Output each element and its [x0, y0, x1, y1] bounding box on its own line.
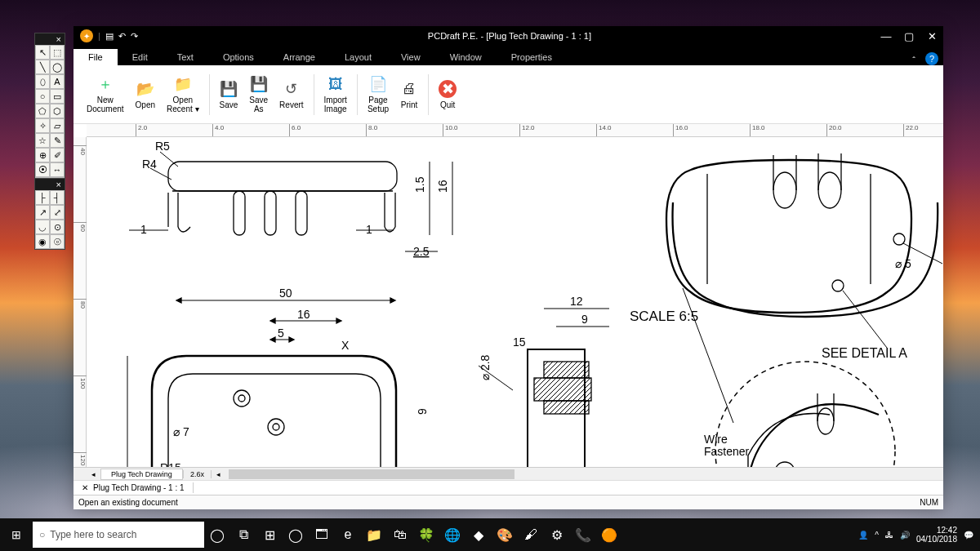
taskbar-app-8[interactable]: ◆: [466, 522, 492, 548]
search-input[interactable]: ○ Type here to search: [33, 522, 204, 548]
menu-view[interactable]: View: [386, 49, 435, 65]
new-document-button[interactable]: ＋New Document: [82, 73, 129, 115]
menu-file[interactable]: File: [74, 49, 118, 65]
tool-3[interactable]: ◯: [50, 60, 65, 74]
volume-icon[interactable]: 🔊: [900, 531, 910, 540]
quit-button[interactable]: ✖Quit: [434, 78, 461, 111]
tool-8[interactable]: ⬠: [35, 104, 50, 118]
menu-layout[interactable]: Layout: [330, 49, 386, 65]
taskbar-app-13[interactable]: 🟠: [596, 522, 622, 548]
close-button[interactable]: ✕: [920, 30, 943, 42]
dim-tool-6[interactable]: ◉: [35, 234, 50, 249]
tool-12[interactable]: ☆: [35, 133, 50, 148]
document-tab-label: Plug Tech Drawing - 1 : 1: [93, 483, 185, 492]
close-icon[interactable]: ×: [35, 33, 65, 45]
taskbar-app-5[interactable]: 🛍: [387, 522, 413, 548]
tool-16[interactable]: ⦿: [35, 162, 50, 177]
people-icon[interactable]: 👤: [858, 531, 868, 540]
scrollbar-thumb-h[interactable]: [229, 469, 514, 479]
tool-palette-dimension: × ├┤↗⤢◡⊙◉⦾: [34, 178, 65, 250]
network-icon[interactable]: 🖧: [885, 531, 893, 540]
drawing-canvas[interactable]: R5 R4 1 1 1.5 16 2.5 50 16 5 X 12 9 15: [87, 137, 943, 467]
document-tab[interactable]: ✕ Plug Tech Drawing - 1 : 1: [74, 482, 194, 493]
svg-line-9: [160, 152, 178, 167]
start-button[interactable]: ⊞: [0, 528, 33, 541]
menu-properties[interactable]: Properties: [497, 49, 567, 65]
open-button[interactable]: 📂Open: [131, 78, 160, 111]
maximize-button[interactable]: ▢: [898, 30, 920, 42]
dim-16b: 16: [297, 308, 310, 321]
tray-overflow-icon[interactable]: ^: [875, 531, 879, 540]
qat-save-icon[interactable]: ▤: [105, 31, 114, 42]
tool-4[interactable]: ⬯: [35, 74, 50, 89]
sheet-nav-prev[interactable]: ◂: [87, 470, 100, 478]
taskbar-app-6[interactable]: 🍀: [413, 522, 439, 548]
print-label: Print: [401, 100, 418, 109]
cortana-icon[interactable]: ◯: [204, 522, 230, 548]
notifications-icon[interactable]: 💬: [964, 531, 973, 540]
menu-edit[interactable]: Edit: [118, 49, 163, 65]
menu-options[interactable]: Options: [208, 49, 269, 65]
dim-tool-5[interactable]: ⊙: [50, 220, 65, 234]
dim-1-5: 1.5: [413, 176, 426, 193]
svg-rect-29: [544, 401, 589, 414]
app-window: ✦ | ▤ ↶ ↷ PCDraft P.E. - [Plug Tech Draw…: [74, 26, 943, 509]
minimize-button[interactable]: —: [875, 30, 898, 42]
taskbar-app-11[interactable]: ⚙: [544, 522, 570, 548]
dim-r5: R5: [155, 140, 170, 153]
taskbar-app-7[interactable]: 🌐: [439, 522, 466, 548]
page-setup-button[interactable]: 📄Page Setup: [363, 73, 394, 115]
taskbar-app-2[interactable]: 🗔: [309, 522, 335, 548]
redo-icon[interactable]: ↷: [131, 31, 138, 42]
tool-7[interactable]: ▭: [50, 89, 65, 104]
tool-15[interactable]: ✐: [50, 148, 65, 162]
import-image-button[interactable]: 🖼Import Image: [319, 73, 352, 115]
taskbar-app-3[interactable]: e: [335, 522, 361, 548]
new-document-label: New Document: [87, 96, 124, 113]
print-button[interactable]: 🖨Print: [395, 78, 423, 111]
zoom-level[interactable]: 2.6x: [183, 470, 212, 478]
tool-10[interactable]: ✧: [35, 118, 50, 133]
dim-tool-4[interactable]: ◡: [35, 220, 50, 234]
open-recent-button[interactable]: 📁Open Recent ▾: [162, 73, 203, 115]
dim-tool-1[interactable]: ┤: [50, 190, 65, 205]
ribbon-collapse-icon[interactable]: ˆ: [907, 56, 920, 65]
undo-icon[interactable]: ↶: [118, 31, 126, 42]
taskbar-app-1[interactable]: ◯: [283, 522, 309, 548]
dim-tool-7[interactable]: ⦾: [50, 234, 65, 249]
tool-5[interactable]: A: [50, 74, 65, 89]
tool-2[interactable]: ╲: [35, 60, 50, 74]
taskbar-app-4[interactable]: 📁: [361, 522, 387, 548]
dim-tool-2[interactable]: ↗: [35, 205, 50, 220]
taskbar-app-9[interactable]: 🎨: [492, 522, 518, 548]
taskbar-app-10[interactable]: 🖌: [518, 522, 544, 548]
tool-11[interactable]: ▱: [50, 118, 65, 133]
sheet-tab[interactable]: Plug Tech Drawing: [100, 469, 183, 480]
menu-window[interactable]: Window: [435, 49, 497, 65]
menu-text[interactable]: Text: [163, 49, 208, 65]
close-icon[interactable]: ×: [35, 179, 65, 190]
save-as-button[interactable]: 💾Save As: [244, 73, 273, 115]
help-button[interactable]: ?: [925, 52, 938, 65]
tool-0[interactable]: ↖: [35, 45, 50, 60]
tool-1[interactable]: ⬚: [50, 45, 65, 60]
scroll-left[interactable]: ◂: [212, 470, 225, 478]
tool-17[interactable]: ↔: [50, 162, 65, 177]
tool-6[interactable]: ○: [35, 89, 50, 104]
taskbar-app-0[interactable]: ⊞: [256, 522, 283, 548]
tool-14[interactable]: ⊕: [35, 148, 50, 162]
open-label: Open: [136, 100, 155, 109]
dim-12: 12: [570, 295, 583, 308]
save-button[interactable]: 💾Save: [215, 78, 243, 111]
taskview-icon[interactable]: ⧉: [230, 522, 256, 548]
taskbar-app-12[interactable]: 📞: [570, 522, 596, 548]
clock[interactable]: 12:42 04/10/2018: [916, 526, 957, 544]
ruler-horizontal: 2.04.06.08.010.012.014.016.018.020.022.0: [87, 124, 943, 137]
menu-arrange[interactable]: Arrange: [269, 49, 330, 65]
close-icon[interactable]: ✕: [82, 483, 88, 492]
dim-tool-3[interactable]: ⤢: [50, 205, 65, 220]
tool-13[interactable]: ✎: [50, 133, 65, 148]
dim-tool-0[interactable]: ├: [35, 190, 50, 205]
revert-button[interactable]: ↺Revert: [274, 78, 308, 111]
tool-9[interactable]: ⬡: [50, 104, 65, 118]
